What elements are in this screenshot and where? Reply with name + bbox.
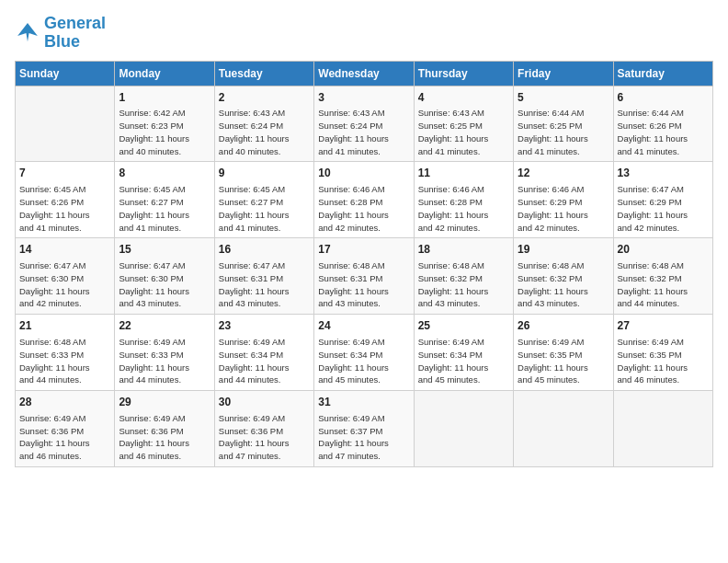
day-number: 7 bbox=[19, 166, 110, 181]
calendar-cell: 11Sunrise: 6:46 AMSunset: 6:28 PMDayligh… bbox=[414, 162, 513, 238]
day-info: Sunrise: 6:46 AMSunset: 6:29 PMDaylight:… bbox=[518, 183, 609, 234]
day-info: Sunrise: 6:49 AMSunset: 6:35 PMDaylight:… bbox=[518, 336, 609, 386]
calendar-cell: 2Sunrise: 6:43 AMSunset: 6:24 PMDaylight… bbox=[214, 86, 313, 162]
day-number: 10 bbox=[318, 166, 409, 181]
day-info: Sunrise: 6:49 AMSunset: 6:36 PMDaylight:… bbox=[219, 412, 310, 463]
day-info: Sunrise: 6:47 AMSunset: 6:30 PMDaylight:… bbox=[119, 259, 210, 310]
calendar-cell: 30Sunrise: 6:49 AMSunset: 6:36 PMDayligh… bbox=[214, 391, 313, 467]
day-info: Sunrise: 6:47 AMSunset: 6:31 PMDaylight:… bbox=[219, 259, 310, 310]
day-header-friday: Friday bbox=[514, 61, 613, 86]
day-info: Sunrise: 6:43 AMSunset: 6:24 PMDaylight:… bbox=[318, 107, 409, 157]
calendar-cell: 12Sunrise: 6:46 AMSunset: 6:29 PMDayligh… bbox=[514, 162, 613, 238]
day-info: Sunrise: 6:48 AMSunset: 6:33 PMDaylight:… bbox=[19, 336, 110, 386]
calendar-cell: 22Sunrise: 6:49 AMSunset: 6:33 PMDayligh… bbox=[115, 315, 214, 391]
day-header-monday: Monday bbox=[115, 61, 214, 86]
calendar-cell: 25Sunrise: 6:49 AMSunset: 6:34 PMDayligh… bbox=[414, 315, 513, 391]
calendar-cell: 13Sunrise: 6:47 AMSunset: 6:29 PMDayligh… bbox=[613, 162, 712, 238]
day-info: Sunrise: 6:49 AMSunset: 6:35 PMDaylight:… bbox=[618, 336, 709, 386]
day-number: 8 bbox=[119, 166, 210, 181]
day-info: Sunrise: 6:49 AMSunset: 6:33 PMDaylight:… bbox=[119, 336, 210, 386]
logo-text: General Blue bbox=[44, 15, 106, 52]
day-info: Sunrise: 6:48 AMSunset: 6:31 PMDaylight:… bbox=[318, 259, 409, 310]
calendar-cell: 19Sunrise: 6:48 AMSunset: 6:32 PMDayligh… bbox=[514, 238, 613, 315]
day-number: 16 bbox=[219, 242, 310, 258]
calendar-table: SundayMondayTuesdayWednesdayThursdayFrid… bbox=[15, 61, 713, 467]
calendar-cell: 4Sunrise: 6:43 AMSunset: 6:25 PMDaylight… bbox=[414, 86, 513, 162]
calendar-cell: 20Sunrise: 6:48 AMSunset: 6:32 PMDayligh… bbox=[613, 238, 712, 315]
day-number: 25 bbox=[418, 318, 509, 334]
day-header-wednesday: Wednesday bbox=[314, 61, 414, 86]
calendar-cell: 7Sunrise: 6:45 AMSunset: 6:26 PMDaylight… bbox=[16, 162, 115, 238]
day-info: Sunrise: 6:43 AMSunset: 6:25 PMDaylight:… bbox=[418, 107, 509, 157]
day-number: 18 bbox=[418, 242, 509, 258]
day-number: 20 bbox=[618, 242, 709, 258]
calendar-cell: 6Sunrise: 6:44 AMSunset: 6:26 PMDaylight… bbox=[613, 86, 712, 162]
logo-icon bbox=[15, 20, 40, 46]
calendar-cell bbox=[16, 86, 115, 162]
calendar-week-1: 1Sunrise: 6:42 AMSunset: 6:23 PMDaylight… bbox=[16, 86, 713, 162]
day-info: Sunrise: 6:43 AMSunset: 6:24 PMDaylight:… bbox=[219, 107, 310, 157]
calendar-cell: 16Sunrise: 6:47 AMSunset: 6:31 PMDayligh… bbox=[214, 238, 313, 315]
calendar-week-4: 21Sunrise: 6:48 AMSunset: 6:33 PMDayligh… bbox=[16, 315, 713, 391]
day-number: 22 bbox=[119, 318, 210, 334]
day-number: 26 bbox=[518, 318, 609, 334]
calendar-cell: 10Sunrise: 6:46 AMSunset: 6:28 PMDayligh… bbox=[314, 162, 414, 238]
day-header-sunday: Sunday bbox=[16, 61, 115, 86]
calendar-cell: 1Sunrise: 6:42 AMSunset: 6:23 PMDaylight… bbox=[115, 86, 214, 162]
calendar-cell: 24Sunrise: 6:49 AMSunset: 6:34 PMDayligh… bbox=[314, 315, 414, 391]
day-info: Sunrise: 6:42 AMSunset: 6:23 PMDaylight:… bbox=[119, 107, 210, 157]
day-info: Sunrise: 6:49 AMSunset: 6:36 PMDaylight:… bbox=[19, 412, 110, 463]
day-header-thursday: Thursday bbox=[414, 61, 513, 86]
day-info: Sunrise: 6:49 AMSunset: 6:36 PMDaylight:… bbox=[119, 412, 210, 463]
logo: General Blue bbox=[15, 15, 106, 52]
calendar-cell: 17Sunrise: 6:48 AMSunset: 6:31 PMDayligh… bbox=[314, 238, 414, 315]
day-info: Sunrise: 6:48 AMSunset: 6:32 PMDaylight:… bbox=[618, 259, 709, 310]
day-number: 28 bbox=[19, 395, 110, 410]
day-info: Sunrise: 6:45 AMSunset: 6:27 PMDaylight:… bbox=[219, 183, 310, 234]
calendar-cell bbox=[414, 391, 513, 467]
day-number: 11 bbox=[418, 166, 509, 181]
day-info: Sunrise: 6:48 AMSunset: 6:32 PMDaylight:… bbox=[418, 259, 509, 310]
day-info: Sunrise: 6:45 AMSunset: 6:27 PMDaylight:… bbox=[119, 183, 210, 234]
calendar-cell: 28Sunrise: 6:49 AMSunset: 6:36 PMDayligh… bbox=[16, 391, 115, 467]
day-number: 21 bbox=[19, 318, 110, 334]
calendar-cell: 26Sunrise: 6:49 AMSunset: 6:35 PMDayligh… bbox=[514, 315, 613, 391]
day-info: Sunrise: 6:49 AMSunset: 6:37 PMDaylight:… bbox=[318, 412, 409, 463]
calendar-cell: 5Sunrise: 6:44 AMSunset: 6:25 PMDaylight… bbox=[514, 86, 613, 162]
calendar-week-3: 14Sunrise: 6:47 AMSunset: 6:30 PMDayligh… bbox=[16, 238, 713, 315]
day-header-tuesday: Tuesday bbox=[214, 61, 313, 86]
day-number: 14 bbox=[19, 242, 110, 258]
day-number: 1 bbox=[119, 90, 210, 106]
calendar-cell: 23Sunrise: 6:49 AMSunset: 6:34 PMDayligh… bbox=[214, 315, 313, 391]
calendar-cell: 18Sunrise: 6:48 AMSunset: 6:32 PMDayligh… bbox=[414, 238, 513, 315]
calendar-cell: 27Sunrise: 6:49 AMSunset: 6:35 PMDayligh… bbox=[613, 315, 712, 391]
calendar-week-2: 7Sunrise: 6:45 AMSunset: 6:26 PMDaylight… bbox=[16, 162, 713, 238]
calendar-cell bbox=[514, 391, 613, 467]
day-number: 17 bbox=[318, 242, 409, 258]
day-number: 29 bbox=[119, 395, 210, 410]
day-number: 27 bbox=[618, 318, 709, 334]
page-header: General Blue bbox=[15, 15, 713, 52]
day-info: Sunrise: 6:48 AMSunset: 6:32 PMDaylight:… bbox=[518, 259, 609, 310]
svg-marker-0 bbox=[17, 23, 38, 41]
day-number: 23 bbox=[219, 318, 310, 334]
day-number: 13 bbox=[618, 166, 709, 181]
day-info: Sunrise: 6:49 AMSunset: 6:34 PMDaylight:… bbox=[219, 336, 310, 386]
day-number: 19 bbox=[518, 242, 609, 258]
day-info: Sunrise: 6:49 AMSunset: 6:34 PMDaylight:… bbox=[418, 336, 509, 386]
calendar-cell: 8Sunrise: 6:45 AMSunset: 6:27 PMDaylight… bbox=[115, 162, 214, 238]
day-info: Sunrise: 6:44 AMSunset: 6:26 PMDaylight:… bbox=[618, 107, 709, 157]
day-info: Sunrise: 6:46 AMSunset: 6:28 PMDaylight:… bbox=[318, 183, 409, 234]
day-info: Sunrise: 6:46 AMSunset: 6:28 PMDaylight:… bbox=[418, 183, 509, 234]
calendar-cell bbox=[613, 391, 712, 467]
day-number: 5 bbox=[518, 90, 609, 106]
day-number: 31 bbox=[318, 395, 409, 410]
calendar-cell: 3Sunrise: 6:43 AMSunset: 6:24 PMDaylight… bbox=[314, 86, 414, 162]
day-number: 15 bbox=[119, 242, 210, 258]
day-info: Sunrise: 6:47 AMSunset: 6:30 PMDaylight:… bbox=[19, 259, 110, 310]
calendar-week-5: 28Sunrise: 6:49 AMSunset: 6:36 PMDayligh… bbox=[16, 391, 713, 467]
calendar-cell: 14Sunrise: 6:47 AMSunset: 6:30 PMDayligh… bbox=[16, 238, 115, 315]
day-number: 3 bbox=[318, 90, 409, 106]
day-number: 9 bbox=[219, 166, 310, 181]
day-number: 6 bbox=[618, 90, 709, 106]
